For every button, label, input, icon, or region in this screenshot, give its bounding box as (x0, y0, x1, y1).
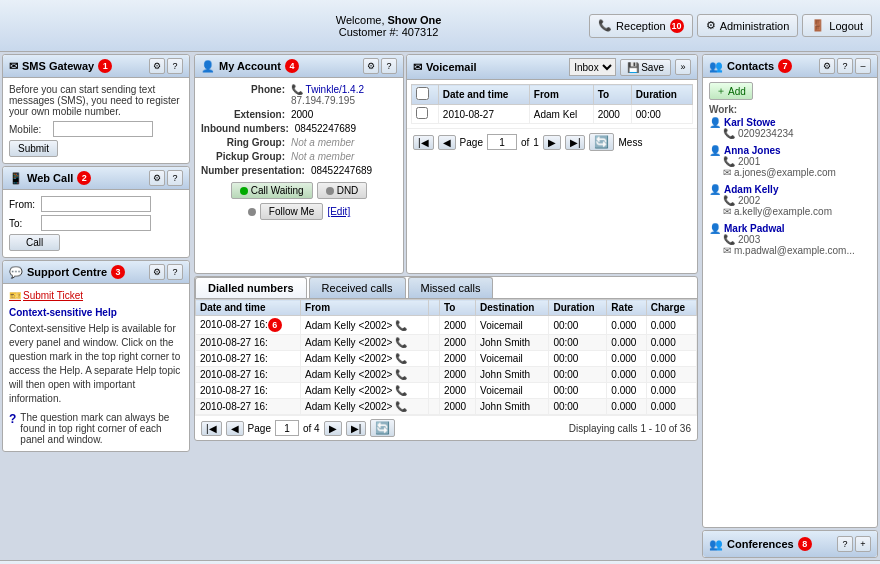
submit-ticket-button[interactable]: 🎫 Submit Ticket (9, 290, 183, 301)
ch-col-rate[interactable]: Rate (607, 300, 646, 316)
vm-prev-page[interactable]: ◀ (438, 135, 456, 150)
reception-button[interactable]: 📞 Reception 10 (589, 14, 693, 38)
help-note: ? The question mark can always be found … (9, 412, 183, 445)
ch-refresh-button[interactable]: 🔄 (370, 419, 395, 437)
ch-col-datetime[interactable]: Date and time (196, 300, 301, 316)
webcall-settings-icon[interactable]: ⚙ (149, 170, 165, 186)
webcall-from-input[interactable] (41, 196, 151, 212)
ch-col-duration[interactable]: Duration (549, 300, 607, 316)
sms-settings-icon[interactable]: ⚙ (149, 58, 165, 74)
vm-next-page[interactable]: ▶ (543, 135, 561, 150)
help-title: Context-sensitive Help (9, 307, 183, 318)
tab-dialled-numbers[interactable]: Dialled numbers (195, 277, 307, 298)
call-waiting-button[interactable]: Call Waiting (231, 182, 313, 199)
account-help-icon[interactable]: ? (381, 58, 397, 74)
vm-first-page[interactable]: |◀ (413, 135, 434, 150)
ch-cell-from: Adam Kelly <2002> 📞 (301, 351, 429, 367)
ch-cell-datetime: 2010-08-27 16: (196, 383, 301, 399)
vm-cell-date: 2010-08-27 (438, 105, 529, 124)
contacts-help-icon[interactable]: ? (837, 58, 853, 74)
ch-cell-rate: 0.000 (607, 316, 646, 335)
voicemail-save-button[interactable]: 💾 Save (620, 59, 671, 76)
add-contact-button[interactable]: ＋ Add (709, 82, 753, 100)
conferences-add-icon[interactable]: + (855, 536, 871, 552)
sms-help-icon[interactable]: ? (167, 58, 183, 74)
vm-col-duration[interactable]: Duration (631, 85, 692, 105)
ch-first-page[interactable]: |◀ (201, 421, 222, 436)
contact-name[interactable]: 👤 Adam Kelly (709, 184, 871, 195)
vm-col-to[interactable]: To (593, 85, 631, 105)
support-help-icon[interactable]: ? (167, 264, 183, 280)
contact-name[interactable]: 👤 Karl Stowe (709, 117, 871, 128)
account-icon: 👤 (201, 60, 215, 73)
ch-last-page[interactable]: ▶| (346, 421, 367, 436)
ch-cell-to: 2000 (439, 399, 475, 415)
vm-row-checkbox[interactable] (416, 107, 428, 119)
contacts-settings-icon[interactable]: ⚙ (819, 58, 835, 74)
ch-cell-destination: Voicemail (476, 383, 549, 399)
follow-me-button[interactable]: Follow Me (260, 203, 324, 220)
ch-cell-arrow (429, 367, 439, 383)
customer-label: Customer #: (339, 26, 399, 38)
conferences-help-icon[interactable]: ? (837, 536, 853, 552)
ch-prev-page[interactable]: ◀ (226, 421, 244, 436)
ch-col-to[interactable]: To (439, 300, 475, 316)
person-icon: 👤 (709, 117, 721, 128)
webcall-help-icon[interactable]: ? (167, 170, 183, 186)
ch-col-from[interactable]: From (301, 300, 429, 316)
account-body: Phone: 📞 Twinkle/1.4.2 87.194.79.195 Ext… (195, 78, 403, 226)
edit-link[interactable]: [Edit] (327, 206, 350, 217)
voicemail-table: Date and time From To Duration 2010-08-2… (411, 84, 693, 124)
contacts-close-icon[interactable]: – (855, 58, 871, 74)
ch-next-page[interactable]: ▶ (324, 421, 342, 436)
web-call-panel: 📱 Web Call 2 ⚙ ? From: To: Call (2, 166, 190, 258)
vm-col-from[interactable]: From (529, 85, 593, 105)
support-settings-icon[interactable]: ⚙ (149, 264, 165, 280)
ch-page-of: of 4 (303, 423, 320, 434)
webcall-call-button[interactable]: Call (9, 234, 60, 251)
ch-cell-charge: 0.000 (646, 383, 696, 399)
support-badge: 3 (111, 265, 125, 279)
mid-top-row: 👤 My Account 4 ⚙ ? Phone: 📞 (194, 54, 698, 274)
tab-missed-calls[interactable]: Missed calls (408, 277, 494, 298)
contact-phone: 📞 2002 (723, 195, 871, 206)
logout-button[interactable]: 🚪 Logout (802, 14, 872, 37)
vm-last-page[interactable]: ▶| (565, 135, 586, 150)
voicemail-expand-icon[interactable]: » (675, 59, 691, 75)
contacts-body: ＋ Add Work: 👤 Karl Stowe 📞 0209234234 👤 … (703, 78, 877, 266)
voicemail-inbox-select[interactable]: Inbox (569, 58, 616, 76)
ch-cell-to: 2000 (439, 316, 475, 335)
phone-detail-icon: 📞 (723, 195, 735, 206)
ch-cell-duration: 00:00 (549, 316, 607, 335)
sms-submit-button[interactable]: Submit (9, 140, 58, 157)
contact-name[interactable]: 👤 Mark Padwal (709, 223, 871, 234)
ch-cell-to: 2000 (439, 367, 475, 383)
tab-received-calls[interactable]: Received calls (309, 277, 406, 298)
dnd-button[interactable]: DND (317, 182, 368, 199)
voicemail-header: ✉ Voicemail Inbox 💾 Save » (407, 55, 697, 80)
vm-select-all[interactable] (416, 87, 429, 100)
contact-name[interactable]: 👤 Anna Jones (709, 145, 871, 156)
extension-label: Extension: (201, 109, 291, 120)
ring-group-label: Ring Group: (201, 137, 291, 148)
ch-col-charge[interactable]: Charge (646, 300, 696, 316)
phone-detail-icon: 📞 (723, 128, 735, 139)
vm-col-datetime[interactable]: Date and time (438, 85, 529, 105)
header: Welcome, Show One Customer #: 407312 📞 R… (0, 0, 880, 52)
sms-mobile-input[interactable] (53, 121, 153, 137)
vm-cell-duration: 00:00 (631, 105, 692, 124)
my-account-header: 👤 My Account 4 ⚙ ? (195, 55, 403, 78)
ch-col-destination[interactable]: Destination (476, 300, 549, 316)
ch-cell-destination: John Smith (476, 335, 549, 351)
contacts-section-label: Work: (709, 104, 871, 115)
left-column: ✉ SMS Gateway 1 ⚙ ? Before you can start… (0, 52, 192, 560)
sms-gateway-body: Before you can start sending text messag… (3, 78, 189, 163)
administration-button[interactable]: ⚙ Administration (697, 14, 799, 37)
call-history-body: Date and time From To Destination Durati… (195, 299, 697, 415)
vm-page-input[interactable] (487, 134, 517, 150)
vm-refresh-button[interactable]: 🔄 (589, 133, 614, 151)
ch-page-input[interactable] (275, 420, 299, 436)
account-settings-icon[interactable]: ⚙ (363, 58, 379, 74)
ch-col-icon (429, 300, 439, 316)
webcall-to-input[interactable] (41, 215, 151, 231)
